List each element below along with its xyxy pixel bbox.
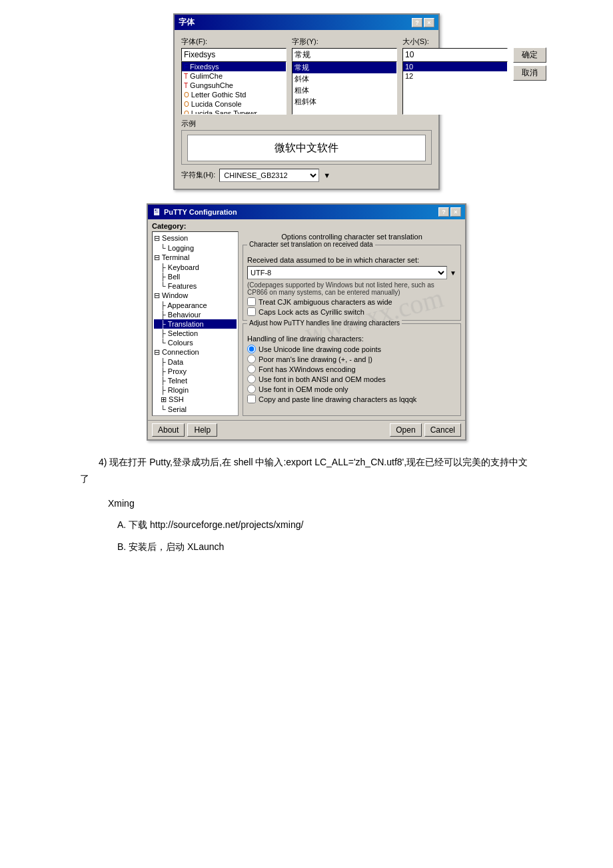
charset-group: Character set translation on received da… [243,245,461,321]
style-input[interactable] [292,48,397,61]
caps-checkbox[interactable] [247,307,256,316]
style-label: 字形(Y): [292,37,397,47]
font-listbox[interactable]: FFixedsys TGulimChe TGungsuhChe OLetter … [181,61,287,115]
cjk-checkbox-row: Treat CJK ambiguous characters as wide [247,297,456,306]
linedraw-label: Handling of line drawing characters: [247,335,456,343]
radio-oemonly-input[interactable] [247,385,256,393]
ok-button[interactable]: 确定 [513,47,546,63]
list-item[interactable]: TGungsuhChe [182,81,286,90]
list-item[interactable]: 10 [403,62,507,71]
list-item[interactable]: FFixedsys [182,62,286,71]
font-dialog: 字体 ? × 字体(F): FFixedsys TGulimChe TGungs… [173,13,440,190]
list-item[interactable]: OLucida Sans Typewr [182,109,286,115]
tree-translation[interactable]: ├ Translation [154,319,237,329]
charset-dropdown-arrow[interactable]: ▼ [450,269,456,277]
tree-colours[interactable]: └ Colours [154,338,237,347]
font-dialog-titlebar: 字体 ? × [175,15,438,30]
linedraw-group-title: Adjust how PuTTY handles line drawing ch… [247,319,402,327]
charset-note: (Codepages supported by Windows but not … [247,281,456,296]
putty-title-row: 🖥 PuTTY Configuration [152,207,237,217]
radio-unicode-label: Use Unicode line drawing code points [259,345,381,353]
article-item-a: A. 下载 http://sourceforge.net/projects/xm… [80,517,533,533]
tree-proxy[interactable]: ├ Proxy [154,367,237,376]
cjk-label: Treat CJK ambiguous characters as wide [259,298,392,306]
tree-keyboard[interactable]: ├ Keyboard [154,263,237,272]
size-input[interactable] [402,48,508,61]
radio-unicode-input[interactable] [247,345,256,353]
about-btn[interactable]: About [152,423,185,437]
putty-content: Options controlling character set transl… [243,231,461,416]
titlebar-buttons: ? × [412,18,434,27]
radio-poorman-input[interactable] [247,355,256,363]
tree-data[interactable]: ├ Data [154,357,237,367]
size-listbox[interactable]: 10 12 [402,61,508,115]
font-name-group: 字体(F): FFixedsys TGulimChe TGungsuhChe O… [181,37,287,115]
putty-footer: About Help Open Cancel [148,420,465,439]
open-btn[interactable]: Open [390,423,421,437]
tree-window[interactable]: ⊟ Window [154,291,237,301]
tree-behaviour[interactable]: ├ Behaviour [154,310,237,319]
tree-connection[interactable]: ⊟ Connection [154,347,237,357]
charset-group-title: Character set translation on received da… [247,241,375,248]
tree-features[interactable]: └ Features [154,281,237,291]
preview-label: 示例 [181,119,432,129]
cancel-footer-btn[interactable]: Cancel [424,423,461,437]
putty-help-btn[interactable]: ? [438,207,449,217]
charset-select[interactable]: CHINESE_GB2312 [219,169,319,182]
copypaste-row: Copy and paste line drawing characters a… [247,395,456,403]
charset-dropdown[interactable]: UTF-8 ISO-8859-1 [247,266,447,279]
list-item[interactable]: 粗体 [293,85,396,96]
preview-box-wrapper: 微软中文软件 [181,130,432,165]
copypaste-checkbox[interactable] [247,395,256,403]
tree-ssh[interactable]: ⊞ SSH [154,395,237,405]
article-heading-xming: Xming [80,495,533,512]
tree-bell[interactable]: ├ Bell [154,272,237,281]
putty-titlebar: 🖥 PuTTY Configuration ? × [148,205,465,219]
size-label: 大小(S): [402,37,508,47]
charset-row: 字符集(H): CHINESE_GB2312 ▼ [181,169,432,182]
style-group: 字形(Y): 常规 斜体 粗体 粗斜体 [292,37,397,115]
charset-dropdown-row: UTF-8 ISO-8859-1 ▼ [247,266,456,279]
linedraw-content: Handling of line drawing characters: Use… [247,335,456,403]
close-btn[interactable]: × [424,18,434,27]
list-item[interactable]: TGulimChe [182,71,286,81]
cancel-button[interactable]: 取消 [513,65,546,81]
radio-ansioem-input[interactable] [247,375,256,383]
list-item[interactable]: 12 [403,71,507,81]
preview-text: 微软中文软件 [187,135,426,161]
cjk-checkbox[interactable] [247,297,256,306]
list-item[interactable]: 粗斜体 [293,96,396,107]
tree-session[interactable]: ⊟ Session [154,233,237,243]
font-name-input[interactable] [181,48,287,61]
font-dialog-body: 字体(F): FFixedsys TGulimChe TGungsuhChe O… [175,30,438,189]
list-item[interactable]: OLucida Console [182,99,286,109]
font-fields-row: 字体(F): FFixedsys TGulimChe TGungsuhChe O… [181,37,432,115]
putty-dialog: 🖥 PuTTY Configuration ? × Category: ⊟ Se… [147,203,466,441]
copypaste-label: Copy and paste line drawing characters a… [259,395,416,403]
list-item[interactable]: 斜体 [293,73,396,85]
tree-telnet[interactable]: ├ Telnet [154,376,237,385]
caps-label: Caps Lock acts as Cyrillic switch [259,308,364,316]
article-item-b: B. 安装后，启动 XLaunch [80,539,533,555]
putty-body: Category: ⊟ Session └ Logging ⊟ Terminal… [148,219,465,439]
style-listbox[interactable]: 常规 斜体 粗体 粗斜体 [292,61,397,115]
tree-serial[interactable]: └ Serial [154,405,237,414]
tree-rlogin[interactable]: ├ Rlogin [154,385,237,395]
radio-ansioem-label: Use font in both ANSI and OEM modes [259,375,386,383]
putty-close-btn[interactable]: × [450,207,461,217]
tree-terminal[interactable]: ⊟ Terminal [154,253,237,263]
font-dialog-title: 字体 [179,17,195,28]
help-footer-btn[interactable]: Help [187,423,217,437]
tree-logging[interactable]: └ Logging [154,243,237,253]
list-item[interactable]: OLetter Gothic Std [182,90,286,99]
tree-appearance[interactable]: ├ Appearance [154,301,237,310]
radio-poorman-label: Poor man's line drawing (+, - and |) [259,355,372,363]
tree-selection[interactable]: ├ Selection [154,329,237,338]
radio-xwindows-input[interactable] [247,365,256,373]
radio-oemonly-label: Use font in OEM mode only [259,385,348,393]
help-btn[interactable]: ? [412,18,422,27]
radio-xwindows-label: Font has XWindows encoding [259,365,356,373]
putty-tree[interactable]: ⊟ Session └ Logging ⊟ Terminal ├ Keyboar… [152,231,239,416]
list-item[interactable]: 常规 [293,62,396,73]
putty-titlebar-buttons: ? × [438,207,461,217]
